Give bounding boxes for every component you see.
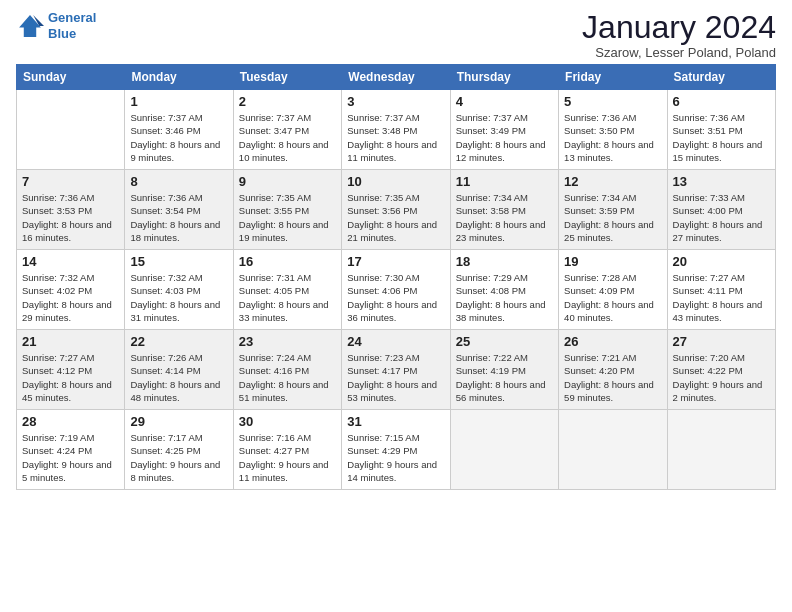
day-cell: 28Sunrise: 7:19 AM Sunset: 4:24 PM Dayli…	[17, 410, 125, 490]
day-info: Sunrise: 7:37 AM Sunset: 3:48 PM Dayligh…	[347, 111, 444, 164]
day-number: 29	[130, 414, 227, 429]
day-cell: 27Sunrise: 7:20 AM Sunset: 4:22 PM Dayli…	[667, 330, 775, 410]
day-number: 30	[239, 414, 336, 429]
col-wednesday: Wednesday	[342, 65, 450, 90]
day-number: 24	[347, 334, 444, 349]
day-number: 31	[347, 414, 444, 429]
day-number: 27	[673, 334, 770, 349]
day-number: 3	[347, 94, 444, 109]
day-info: Sunrise: 7:31 AM Sunset: 4:05 PM Dayligh…	[239, 271, 336, 324]
day-cell: 9Sunrise: 7:35 AM Sunset: 3:55 PM Daylig…	[233, 170, 341, 250]
day-cell: 1Sunrise: 7:37 AM Sunset: 3:46 PM Daylig…	[125, 90, 233, 170]
day-info: Sunrise: 7:29 AM Sunset: 4:08 PM Dayligh…	[456, 271, 553, 324]
day-number: 10	[347, 174, 444, 189]
day-info: Sunrise: 7:35 AM Sunset: 3:56 PM Dayligh…	[347, 191, 444, 244]
day-cell: 30Sunrise: 7:16 AM Sunset: 4:27 PM Dayli…	[233, 410, 341, 490]
week-row-2: 14Sunrise: 7:32 AM Sunset: 4:02 PM Dayli…	[17, 250, 776, 330]
day-number: 25	[456, 334, 553, 349]
day-cell: 11Sunrise: 7:34 AM Sunset: 3:58 PM Dayli…	[450, 170, 558, 250]
week-row-1: 7Sunrise: 7:36 AM Sunset: 3:53 PM Daylig…	[17, 170, 776, 250]
day-cell: 22Sunrise: 7:26 AM Sunset: 4:14 PM Dayli…	[125, 330, 233, 410]
col-friday: Friday	[559, 65, 667, 90]
day-cell: 26Sunrise: 7:21 AM Sunset: 4:20 PM Dayli…	[559, 330, 667, 410]
day-info: Sunrise: 7:21 AM Sunset: 4:20 PM Dayligh…	[564, 351, 661, 404]
col-tuesday: Tuesday	[233, 65, 341, 90]
day-cell: 10Sunrise: 7:35 AM Sunset: 3:56 PM Dayli…	[342, 170, 450, 250]
header-row: Sunday Monday Tuesday Wednesday Thursday…	[17, 65, 776, 90]
day-number: 13	[673, 174, 770, 189]
day-cell: 16Sunrise: 7:31 AM Sunset: 4:05 PM Dayli…	[233, 250, 341, 330]
header: General Blue January 2024 Szarow, Lesser…	[16, 10, 776, 60]
day-cell: 19Sunrise: 7:28 AM Sunset: 4:09 PM Dayli…	[559, 250, 667, 330]
day-info: Sunrise: 7:22 AM Sunset: 4:19 PM Dayligh…	[456, 351, 553, 404]
day-cell	[667, 410, 775, 490]
month-title: January 2024	[582, 10, 776, 45]
day-info: Sunrise: 7:24 AM Sunset: 4:16 PM Dayligh…	[239, 351, 336, 404]
day-cell: 5Sunrise: 7:36 AM Sunset: 3:50 PM Daylig…	[559, 90, 667, 170]
day-number: 20	[673, 254, 770, 269]
week-row-3: 21Sunrise: 7:27 AM Sunset: 4:12 PM Dayli…	[17, 330, 776, 410]
day-cell: 4Sunrise: 7:37 AM Sunset: 3:49 PM Daylig…	[450, 90, 558, 170]
day-cell: 24Sunrise: 7:23 AM Sunset: 4:17 PM Dayli…	[342, 330, 450, 410]
day-info: Sunrise: 7:15 AM Sunset: 4:29 PM Dayligh…	[347, 431, 444, 484]
day-info: Sunrise: 7:34 AM Sunset: 3:59 PM Dayligh…	[564, 191, 661, 244]
day-number: 4	[456, 94, 553, 109]
day-info: Sunrise: 7:37 AM Sunset: 3:46 PM Dayligh…	[130, 111, 227, 164]
day-info: Sunrise: 7:16 AM Sunset: 4:27 PM Dayligh…	[239, 431, 336, 484]
day-cell: 31Sunrise: 7:15 AM Sunset: 4:29 PM Dayli…	[342, 410, 450, 490]
day-number: 18	[456, 254, 553, 269]
day-info: Sunrise: 7:27 AM Sunset: 4:11 PM Dayligh…	[673, 271, 770, 324]
logo: General Blue	[16, 10, 96, 41]
day-cell: 7Sunrise: 7:36 AM Sunset: 3:53 PM Daylig…	[17, 170, 125, 250]
logo-icon	[16, 12, 44, 40]
location: Szarow, Lesser Poland, Poland	[582, 45, 776, 60]
day-number: 14	[22, 254, 119, 269]
day-info: Sunrise: 7:30 AM Sunset: 4:06 PM Dayligh…	[347, 271, 444, 324]
day-cell	[559, 410, 667, 490]
day-cell: 18Sunrise: 7:29 AM Sunset: 4:08 PM Dayli…	[450, 250, 558, 330]
week-row-0: 1Sunrise: 7:37 AM Sunset: 3:46 PM Daylig…	[17, 90, 776, 170]
day-cell	[17, 90, 125, 170]
day-info: Sunrise: 7:26 AM Sunset: 4:14 PM Dayligh…	[130, 351, 227, 404]
day-number: 17	[347, 254, 444, 269]
day-info: Sunrise: 7:17 AM Sunset: 4:25 PM Dayligh…	[130, 431, 227, 484]
logo-text: General Blue	[48, 10, 96, 41]
title-block: January 2024 Szarow, Lesser Poland, Pola…	[582, 10, 776, 60]
day-info: Sunrise: 7:36 AM Sunset: 3:50 PM Dayligh…	[564, 111, 661, 164]
calendar-table: Sunday Monday Tuesday Wednesday Thursday…	[16, 64, 776, 490]
day-info: Sunrise: 7:33 AM Sunset: 4:00 PM Dayligh…	[673, 191, 770, 244]
day-number: 2	[239, 94, 336, 109]
day-info: Sunrise: 7:32 AM Sunset: 4:03 PM Dayligh…	[130, 271, 227, 324]
day-info: Sunrise: 7:27 AM Sunset: 4:12 PM Dayligh…	[22, 351, 119, 404]
day-cell: 13Sunrise: 7:33 AM Sunset: 4:00 PM Dayli…	[667, 170, 775, 250]
day-cell	[450, 410, 558, 490]
day-number: 16	[239, 254, 336, 269]
day-info: Sunrise: 7:35 AM Sunset: 3:55 PM Dayligh…	[239, 191, 336, 244]
day-cell: 2Sunrise: 7:37 AM Sunset: 3:47 PM Daylig…	[233, 90, 341, 170]
day-cell: 21Sunrise: 7:27 AM Sunset: 4:12 PM Dayli…	[17, 330, 125, 410]
col-sunday: Sunday	[17, 65, 125, 90]
day-number: 15	[130, 254, 227, 269]
day-number: 1	[130, 94, 227, 109]
day-cell: 3Sunrise: 7:37 AM Sunset: 3:48 PM Daylig…	[342, 90, 450, 170]
day-number: 8	[130, 174, 227, 189]
day-number: 22	[130, 334, 227, 349]
day-info: Sunrise: 7:32 AM Sunset: 4:02 PM Dayligh…	[22, 271, 119, 324]
day-info: Sunrise: 7:19 AM Sunset: 4:24 PM Dayligh…	[22, 431, 119, 484]
day-cell: 17Sunrise: 7:30 AM Sunset: 4:06 PM Dayli…	[342, 250, 450, 330]
day-number: 19	[564, 254, 661, 269]
day-number: 9	[239, 174, 336, 189]
day-number: 26	[564, 334, 661, 349]
day-cell: 20Sunrise: 7:27 AM Sunset: 4:11 PM Dayli…	[667, 250, 775, 330]
col-monday: Monday	[125, 65, 233, 90]
day-info: Sunrise: 7:36 AM Sunset: 3:51 PM Dayligh…	[673, 111, 770, 164]
day-info: Sunrise: 7:36 AM Sunset: 3:54 PM Dayligh…	[130, 191, 227, 244]
day-cell: 29Sunrise: 7:17 AM Sunset: 4:25 PM Dayli…	[125, 410, 233, 490]
day-info: Sunrise: 7:20 AM Sunset: 4:22 PM Dayligh…	[673, 351, 770, 404]
day-cell: 8Sunrise: 7:36 AM Sunset: 3:54 PM Daylig…	[125, 170, 233, 250]
day-info: Sunrise: 7:36 AM Sunset: 3:53 PM Dayligh…	[22, 191, 119, 244]
day-number: 5	[564, 94, 661, 109]
col-thursday: Thursday	[450, 65, 558, 90]
week-row-4: 28Sunrise: 7:19 AM Sunset: 4:24 PM Dayli…	[17, 410, 776, 490]
day-info: Sunrise: 7:37 AM Sunset: 3:47 PM Dayligh…	[239, 111, 336, 164]
